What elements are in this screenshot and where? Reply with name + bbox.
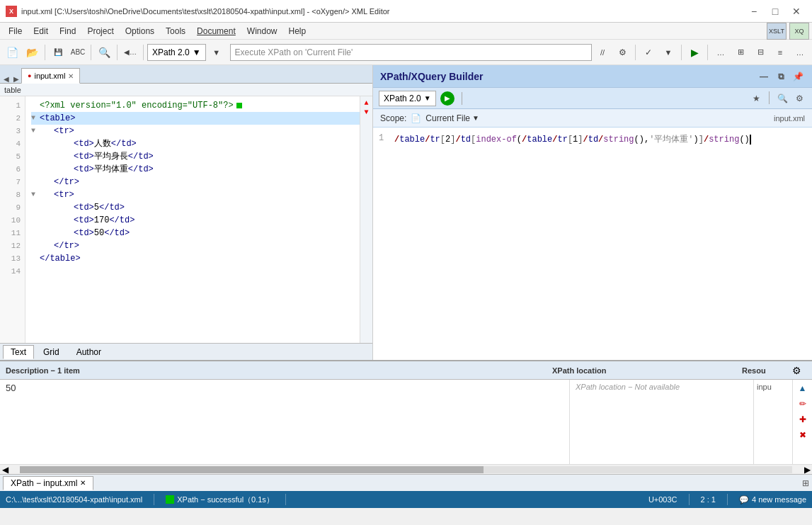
results-location-area: XPath location − Not available — [569, 380, 753, 464]
misc-btn4[interactable]: ≡ — [771, 43, 789, 62]
menu-project[interactable]: Project — [81, 25, 119, 38]
xpath-nav-btn[interactable]: // — [593, 43, 612, 62]
save-btn[interactable]: 💾 — [49, 43, 67, 62]
search-btn[interactable]: 🔍 — [95, 43, 113, 62]
status-bar: C:\...\test\xslt\20180504-xpath\input.xm… — [0, 491, 812, 508]
code-content[interactable]: <?xml version="1.0" encoding="UTF-8"?> ▼… — [25, 96, 360, 343]
menu-document[interactable]: Document — [191, 25, 241, 38]
result-expand-icon[interactable]: ▲ — [796, 381, 810, 395]
result-add-icon[interactable]: ✚ — [796, 412, 810, 427]
menu-options[interactable]: Options — [120, 25, 160, 38]
xpath-execute-bar[interactable]: Execute XPath on 'Current File' — [230, 44, 592, 61]
xpath-run-btn[interactable]: ▶ — [440, 91, 454, 106]
editor-tab-input-xml[interactable]: ● input.xml ✕ — [21, 68, 80, 84]
misc-btn2[interactable]: ⊞ — [731, 43, 750, 62]
line11-content: <td>50</td> — [74, 227, 130, 239]
minimize-button[interactable]: − — [744, 3, 764, 20]
line-num-11: 11 — [0, 227, 25, 239]
fold-3[interactable]: ▼ — [31, 125, 40, 137]
status-xpath: XPath − successful（0.1s） — [166, 495, 274, 505]
result-tab-grid-icon[interactable]: ⊞ — [802, 478, 809, 488]
open-file-btn[interactable]: 📂 — [23, 43, 41, 62]
menu-help[interactable]: Help — [283, 25, 312, 38]
results-settings-btn[interactable]: ⚙ — [787, 365, 806, 376]
close-button[interactable]: ✕ — [787, 3, 806, 20]
menu-find[interactable]: Find — [54, 25, 81, 38]
line5-content: <td>平均身長</td> — [74, 150, 154, 163]
xpath-input-area[interactable]: 1 /table/tr[2]/td[index-of(/table/tr[1]/… — [373, 128, 812, 360]
run-btn[interactable]: ▶ — [685, 43, 704, 62]
maximize-button[interactable]: □ — [765, 3, 785, 20]
result-tab-xpath[interactable]: XPath − input.xml ✕ — [3, 476, 93, 490]
menu-tools[interactable]: Tools — [160, 25, 191, 38]
scroll-up-indicator[interactable]: ▲ — [364, 99, 368, 107]
scope-file-icon: 📄 — [411, 113, 421, 123]
xpath-version-arrow: ▼ — [193, 47, 201, 57]
validate-dropdown[interactable]: ▼ — [659, 43, 677, 62]
fold-8[interactable]: ▼ — [31, 188, 40, 201]
tab-author[interactable]: Author — [69, 345, 109, 359]
results-hscroll[interactable] — [20, 466, 792, 473]
main-area: ◀ ▶ ● input.xml ✕ table 1 2 3 4 5 6 — [0, 65, 812, 360]
status-filepath-text: C:\...\test\xslt\20180504-xpath\input.xm… — [6, 495, 142, 504]
code-line-2: ▼ <table> — [31, 112, 360, 125]
misc-btn3[interactable]: ⊟ — [751, 43, 770, 62]
line-num-6: 6 — [0, 163, 25, 176]
xpath-version-label: XPath 2.0 — [152, 47, 190, 57]
result-tab-close-icon[interactable]: ✕ — [80, 479, 86, 487]
scope-label: Scope: — [380, 113, 406, 123]
spellcheck-btn[interactable]: ABC — [69, 43, 87, 62]
line12-content: </tr> — [54, 239, 79, 252]
tab-close-icon[interactable]: ✕ — [68, 72, 74, 80]
toolbar-extra-btn1[interactable]: XSLT — [767, 23, 787, 40]
tab-grid[interactable]: Grid — [35, 345, 67, 359]
fold-2[interactable]: ▼ — [31, 112, 40, 125]
status-sep4 — [727, 494, 728, 505]
result-text: 50 — [6, 383, 16, 393]
xpath-settings-btn[interactable]: ⚙ — [613, 43, 631, 62]
tab-text[interactable]: Text — [3, 345, 34, 359]
line1-content: <?xml version="1.0" encoding="UTF-8"?> — [40, 99, 234, 112]
validate-btn[interactable]: ✓ — [639, 43, 658, 62]
scope-down-arrow: ▼ — [472, 114, 479, 122]
toolbar-extra-btn2[interactable]: XQ — [789, 23, 809, 40]
status-encoding-text: U+003C — [648, 495, 677, 504]
result-edit-icon[interactable]: ✏ — [796, 397, 810, 411]
indent-btn[interactable]: ◀… — [121, 43, 139, 62]
results-location-col: XPath location — [552, 366, 736, 375]
results-gear-icon: ⚙ — [792, 365, 801, 376]
status-position: 2 : 1 — [701, 495, 716, 504]
xpath-search-icon[interactable]: 🔍 — [775, 91, 789, 106]
misc-btn5[interactable]: … — [791, 43, 809, 62]
result-value-50: 50 — [6, 383, 564, 393]
results-hscroll-thumb[interactable] — [20, 466, 484, 473]
xpath-options-btn[interactable]: ▼ — [207, 43, 226, 62]
scope-dropdown[interactable]: Current File ▼ — [425, 113, 479, 123]
scroll-left-btn[interactable]: ◀ — [0, 465, 10, 475]
result-tab-label: XPath − input.xml — [11, 478, 77, 488]
result-remove-icon[interactable]: ✖ — [796, 428, 810, 442]
toolbar-sep3 — [117, 45, 118, 60]
xpath-restore-btn[interactable]: ⧉ — [774, 69, 788, 84]
new-file-btn[interactable]: 📄 — [3, 43, 21, 62]
xpath-pin-btn[interactable]: 📌 — [791, 69, 805, 84]
xpath-gear-icon[interactable]: ⚙ — [792, 91, 806, 106]
xpath-star-icon[interactable]: ★ — [749, 91, 763, 106]
results-scrollbar[interactable]: ◀ ▶ — [0, 464, 812, 474]
line4-content: <td>人数</td> — [74, 137, 137, 150]
misc-btn1[interactable]: … — [711, 43, 730, 62]
tab-prev[interactable]: ◀ — [1, 75, 11, 83]
results-action-icons: ▲ ✏ ✚ ✖ — [792, 380, 812, 464]
tab-next[interactable]: ▶ — [11, 75, 21, 83]
menu-edit[interactable]: Edit — [28, 25, 54, 38]
xpath-version-selector[interactable]: XPath 2.0 ▼ — [379, 91, 436, 106]
menu-window[interactable]: Window — [241, 25, 283, 38]
xpath-version-dropdown[interactable]: XPath 2.0 ▼ — [147, 44, 206, 61]
scroll-right-btn[interactable]: ▶ — [802, 465, 812, 475]
status-xpath-text: XPath − successful（0.1s） — [177, 495, 274, 505]
xpath-expression-text: /table/tr[2]/td[index-of(/table/tr[1]/td… — [394, 133, 751, 145]
xpath-minimize-btn[interactable]: — — [757, 69, 771, 84]
xpath-toolbar-sep2 — [769, 91, 770, 104]
menu-file[interactable]: File — [3, 25, 28, 38]
scroll-down-indicator[interactable]: ▼ — [364, 108, 368, 116]
